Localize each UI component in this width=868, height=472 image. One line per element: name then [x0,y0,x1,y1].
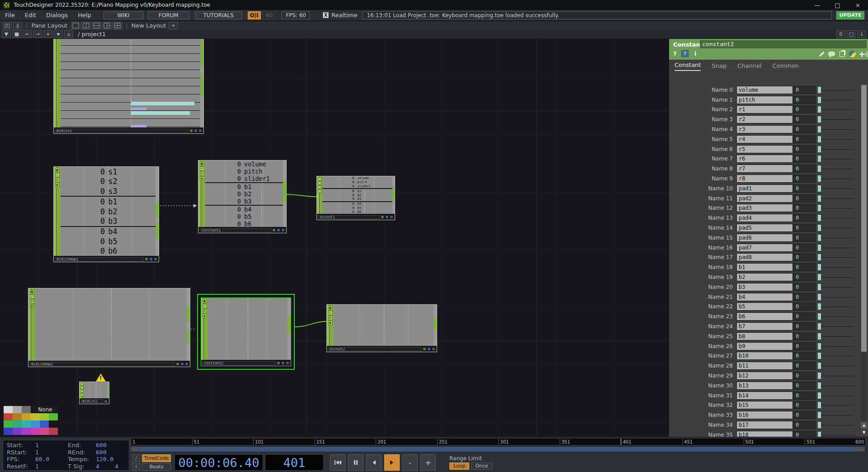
home-icon[interactable]: ⌂ [64,30,73,38]
help-icon[interactable]: ? [673,50,677,57]
midi-io-indicator[interactable]: O|I [248,11,261,19]
palette-swatch[interactable] [49,428,58,435]
parameter-slider[interactable] [818,253,854,261]
tab-common[interactable]: Common [773,62,799,71]
parameter-slider[interactable] [818,86,854,94]
collapse-pane-icon[interactable]: ↓ [857,30,866,38]
comment-icon[interactable] [828,52,835,56]
slider-handle[interactable] [818,303,821,310]
parameter-slider[interactable] [818,392,854,400]
network-editor[interactable]: midiin1 ● ✓ ➤ ◆ 0s10s20s30b10b20b30b40b5… [0,39,669,437]
slider-handle[interactable] [818,432,821,437]
slider-handle[interactable] [818,422,821,428]
bypass-flag[interactable] [318,185,321,189]
parameter-value-field[interactable]: 0 [793,234,816,242]
slider-handle[interactable] [818,136,821,142]
play-forward-icon[interactable] [384,454,400,471]
range-bar[interactable]: ... ... [130,446,865,452]
close-button[interactable]: × [848,0,868,10]
parameter-name-field[interactable]: volume [736,86,793,94]
node-midiin2[interactable]: midiin2 [79,382,109,404]
copy-parameters-icon[interactable] [840,51,844,57]
parameter-value-field[interactable]: 0 [793,332,816,340]
parameter-name-field[interactable]: b8 [736,332,793,340]
settings-label[interactable]: Start: [7,442,35,449]
parameter-slider[interactable] [818,382,854,390]
tab-constant[interactable]: Constant [675,61,701,71]
parameter-name-field[interactable]: r5 [736,145,793,153]
palette-swatch[interactable] [4,406,13,413]
parameter-slider[interactable] [818,184,854,193]
parameter-value-field[interactable]: 0 [793,194,816,203]
lock-flag[interactable]: ◆ [328,321,333,325]
bypass-flag[interactable]: ➤ [203,309,207,313]
new-layout-add-button[interactable]: + [169,22,178,29]
settings-value[interactable]: 4 [96,463,115,470]
parameter-name-field[interactable]: b17 [736,421,793,429]
parameter-name-field[interactable]: pad7 [736,244,793,252]
breadcrumb[interactable]: / project1 [78,31,106,38]
scrollbar-thumb[interactable] [861,85,867,352]
slider-handle[interactable] [818,97,821,103]
parameter-name-field[interactable]: pad1 [736,184,793,193]
warning-icon[interactable] [96,373,106,382]
lock-flag[interactable]: ◆ [200,176,204,181]
integer-frame-button[interactable]: I [132,463,140,471]
slider-handle[interactable] [818,116,821,123]
slider-handle[interactable] [818,294,821,300]
viewer-flag[interactable]: ● [30,289,34,294]
settings-label[interactable]: T Sig: [68,463,96,470]
settings-label[interactable]: FPS: [7,456,35,463]
menu-file[interactable]: File [0,10,20,21]
node-constant1[interactable]: ● ✓ ➤ ◆ 0volume0pitch0slider10b10b20b30b… [198,160,287,233]
settings-value[interactable]: 600 [96,442,115,449]
lock-flag[interactable] [318,189,321,193]
node-output[interactable] [200,39,203,127]
parameter-slider[interactable] [818,145,854,153]
palette-swatch[interactable] [31,420,40,428]
maximize-pane-icon[interactable]: □ [847,30,856,38]
node-oscout1[interactable]: 0volume0pitch0slider10b10b20b30b40b50b6 … [316,176,395,220]
parameter-name-field[interactable]: r2 [736,115,793,123]
settings-value[interactable]: 60.0 [35,456,68,463]
parameter-slider[interactable] [818,352,854,360]
node-flags[interactable]: ● ✓ ➤ ◆ [327,305,334,346]
parameter-name-field[interactable]: b7 [736,322,793,330]
parameter-name-field[interactable]: b13 [736,382,793,390]
parameter-slider[interactable] [818,214,854,222]
parameter-name-field[interactable]: pad8 [736,253,793,261]
node-midiin1[interactable]: midiin1 [53,39,204,134]
star-icon[interactable]: ★ [54,30,63,38]
node-flags[interactable] [54,39,61,127]
parameter-slider[interactable] [818,234,854,242]
parameter-value-field[interactable]: 0 [793,392,816,400]
parameter-slider[interactable] [818,224,854,232]
parameter-slider[interactable] [818,204,854,212]
slider-handle[interactable] [818,264,821,270]
slash-button[interactable]: / [132,454,140,462]
slider-handle[interactable] [818,235,821,241]
slider-handle[interactable] [818,245,821,251]
range-start-handle[interactable]: ... [131,447,141,452]
palette-swatch[interactable] [13,420,22,428]
slider-handle[interactable] [818,353,821,359]
palette-swatch[interactable] [40,420,49,428]
palette-swatch[interactable] [22,406,31,413]
slider-handle[interactable] [818,175,821,182]
window-placement-icon[interactable] [3,22,12,29]
parameter-slider[interactable] [818,283,854,291]
step-forward-button[interactable]: + [420,454,436,471]
op-name-field[interactable]: constant2 [700,40,867,48]
viewer-flag[interactable]: ● [200,161,204,166]
slider-handle[interactable] [818,254,821,260]
palette-swatch[interactable] [13,428,22,435]
slider-handle[interactable] [818,106,821,113]
parameter-name-field[interactable]: b14 [736,392,793,400]
timecode-mode-button[interactable]: TimeCode [142,454,171,462]
parameter-value-field[interactable]: 0 [793,86,816,94]
palette-swatch[interactable] [40,428,49,435]
palette-swatch[interactable] [4,420,13,428]
parameter-value-field[interactable]: 0 [793,342,816,350]
parameter-name-field[interactable]: pad6 [736,234,793,242]
target-icon[interactable]: ◎ [865,51,868,57]
